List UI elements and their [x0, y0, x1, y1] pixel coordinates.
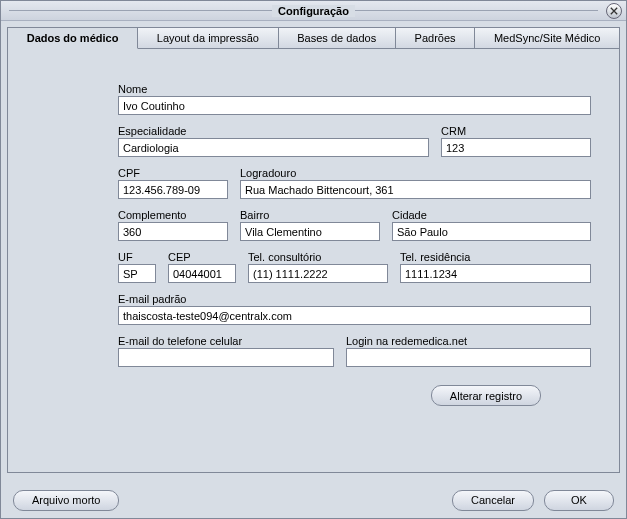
- label-logradouro: Logradouro: [240, 167, 591, 179]
- input-cep[interactable]: [168, 264, 236, 283]
- input-crm[interactable]: [441, 138, 591, 157]
- label-tel-residencia: Tel. residência: [400, 251, 591, 263]
- field-tel-consultorio: Tel. consultório: [248, 251, 388, 283]
- field-bairro: Bairro: [240, 209, 380, 241]
- label-nome: Nome: [118, 83, 591, 95]
- action-row: Alterar registro: [118, 385, 591, 406]
- input-uf[interactable]: [118, 264, 156, 283]
- footer-right: Cancelar OK: [452, 490, 614, 511]
- ok-button[interactable]: OK: [544, 490, 614, 511]
- input-nome[interactable]: [118, 96, 591, 115]
- tab-medsync[interactable]: MedSync/Site Médico: [475, 28, 619, 48]
- input-login-redemedica[interactable]: [346, 348, 591, 367]
- titlebar: Configuração: [1, 1, 626, 21]
- form-panel: Nome Especialidade CRM CPF Logradouro: [7, 49, 620, 473]
- input-tel-residencia[interactable]: [400, 264, 591, 283]
- label-cpf: CPF: [118, 167, 228, 179]
- field-cep: CEP: [168, 251, 236, 283]
- label-bairro: Bairro: [240, 209, 380, 221]
- alterar-registro-button[interactable]: Alterar registro: [431, 385, 541, 406]
- config-window: Configuração Dados do médico Layout da i…: [0, 0, 627, 519]
- input-bairro[interactable]: [240, 222, 380, 241]
- field-login-redemedica: Login na redemedica.net: [346, 335, 591, 367]
- input-tel-consultorio[interactable]: [248, 264, 388, 283]
- field-crm: CRM: [441, 125, 591, 157]
- label-cep: CEP: [168, 251, 236, 263]
- field-cidade: Cidade: [392, 209, 591, 241]
- tab-layout-impressao[interactable]: Layout da impressão: [138, 28, 279, 48]
- input-especialidade[interactable]: [118, 138, 429, 157]
- label-login-redemedica: Login na redemedica.net: [346, 335, 591, 347]
- close-button[interactable]: [606, 3, 622, 19]
- field-email-padrao: E-mail padrão: [118, 293, 591, 325]
- tab-bar: Dados do médico Layout da impressão Base…: [7, 27, 620, 49]
- input-logradouro[interactable]: [240, 180, 591, 199]
- label-crm: CRM: [441, 125, 591, 137]
- field-especialidade: Especialidade: [118, 125, 429, 157]
- window-title: Configuração: [272, 5, 355, 17]
- close-icon: [610, 7, 618, 15]
- field-nome: Nome: [118, 83, 591, 115]
- field-tel-residencia: Tel. residência: [400, 251, 591, 283]
- field-complemento: Complemento: [118, 209, 228, 241]
- arquivo-morto-button[interactable]: Arquivo morto: [13, 490, 119, 511]
- field-cpf: CPF: [118, 167, 228, 199]
- dialog-footer: Arquivo morto Cancelar OK: [1, 482, 626, 518]
- label-uf: UF: [118, 251, 156, 263]
- input-cidade[interactable]: [392, 222, 591, 241]
- tab-bases-dados[interactable]: Bases de dados: [279, 28, 396, 48]
- input-complemento[interactable]: [118, 222, 228, 241]
- field-uf: UF: [118, 251, 156, 283]
- input-cpf[interactable]: [118, 180, 228, 199]
- label-email-celular: E-mail do telefone celular: [118, 335, 334, 347]
- input-email-padrao[interactable]: [118, 306, 591, 325]
- label-especialidade: Especialidade: [118, 125, 429, 137]
- tab-dados-medico[interactable]: Dados do médico: [8, 28, 138, 49]
- field-email-celular: E-mail do telefone celular: [118, 335, 334, 367]
- label-email-padrao: E-mail padrão: [118, 293, 591, 305]
- label-tel-consultorio: Tel. consultório: [248, 251, 388, 263]
- tab-padroes[interactable]: Padrões: [396, 28, 475, 48]
- label-cidade: Cidade: [392, 209, 591, 221]
- input-email-celular[interactable]: [118, 348, 334, 367]
- field-logradouro: Logradouro: [240, 167, 591, 199]
- label-complemento: Complemento: [118, 209, 228, 221]
- cancelar-button[interactable]: Cancelar: [452, 490, 534, 511]
